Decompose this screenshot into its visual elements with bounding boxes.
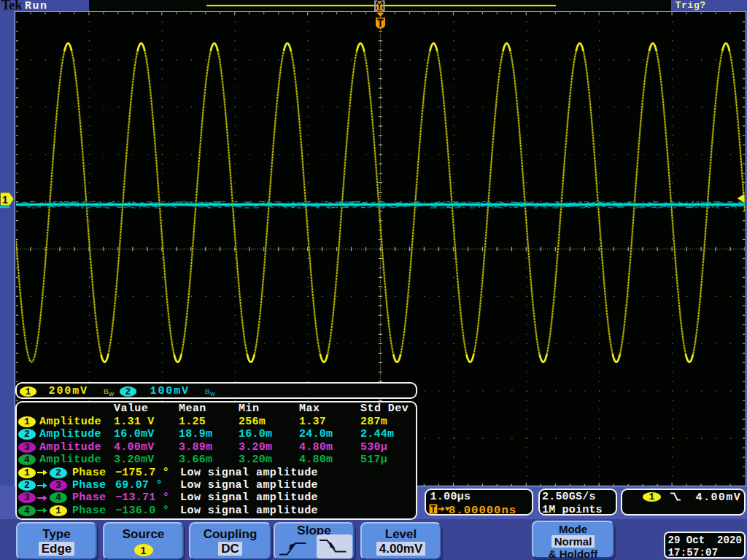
svg-text:1: 1 <box>2 193 8 206</box>
